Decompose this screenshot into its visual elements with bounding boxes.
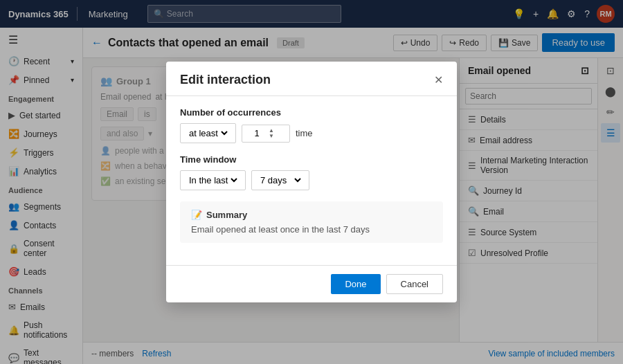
time-window-field-group: Time window In the last Before After 7 d…: [180, 154, 443, 190]
window-dropdown[interactable]: In the last Before After: [186, 174, 240, 186]
summary-text: Email opened at least once in the last 7…: [191, 224, 432, 235]
count-input[interactable]: [246, 128, 267, 138]
modal-overlay: Edit interaction ✕ Number of occurrences…: [0, 0, 623, 364]
frequency-select[interactable]: at least at most exactly: [180, 123, 236, 143]
window-select[interactable]: In the last Before After: [180, 170, 246, 190]
summary-box: 📝 Summary Email opened at least once in …: [180, 201, 443, 243]
summary-title: Summary: [206, 210, 247, 220]
modal-footer: Done Cancel: [166, 265, 457, 302]
occurrences-field-group: Number of occurrences at least at most e…: [180, 107, 443, 143]
summary-header: 📝 Summary: [191, 210, 432, 220]
days-dropdown[interactable]: 7 days 14 days 30 days 60 days 90 days: [258, 174, 303, 186]
occurrences-label: Number of occurrences: [180, 107, 443, 118]
time-window-label: Time window: [180, 154, 443, 165]
time-window-row: In the last Before After 7 days 14 days …: [180, 170, 443, 190]
modal-close-button[interactable]: ✕: [434, 73, 443, 87]
cancel-button[interactable]: Cancel: [386, 274, 443, 294]
occurrences-row: at least at most exactly ▲ ▼ time: [180, 123, 443, 143]
summary-icon: 📝: [191, 210, 202, 220]
modal-body: Number of occurrences at least at most e…: [166, 96, 457, 265]
frequency-dropdown[interactable]: at least at most exactly: [186, 127, 230, 139]
done-button[interactable]: Done: [331, 274, 380, 294]
unit-label: time: [296, 128, 313, 138]
count-arrows: ▲ ▼: [269, 128, 274, 139]
modal-title: Edit interaction: [180, 73, 271, 87]
edit-interaction-modal: Edit interaction ✕ Number of occurrences…: [166, 62, 457, 302]
count-control[interactable]: ▲ ▼: [242, 125, 290, 143]
count-down-arrow[interactable]: ▼: [269, 134, 274, 139]
modal-header: Edit interaction ✕: [166, 62, 457, 96]
days-select[interactable]: 7 days 14 days 30 days 60 days 90 days: [251, 170, 309, 190]
